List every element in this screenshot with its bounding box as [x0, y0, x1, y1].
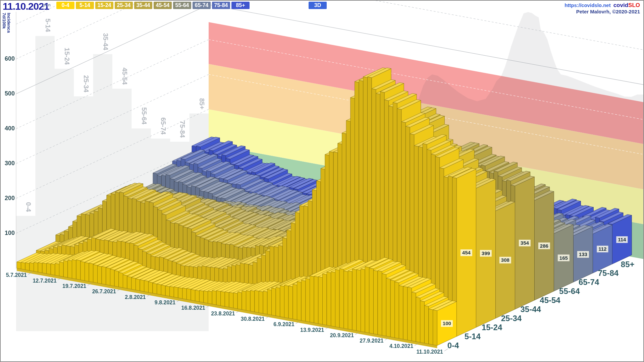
- age-filter-button-25-34[interactable]: 25-34: [115, 2, 133, 9]
- age-filter-button-65-74[interactable]: 65-74: [193, 2, 211, 9]
- age-filter-button-0-4[interactable]: 0-4: [56, 2, 74, 9]
- covidslo-logo: covidSLO: [613, 2, 640, 8]
- incidence-3d-chart-canvas[interactable]: [0, 0, 644, 362]
- age-filter-button-55-64[interactable]: 55-64: [173, 2, 191, 9]
- age-filter-button-45-54[interactable]: 45-54: [154, 2, 172, 9]
- age-filter-button-5-14[interactable]: 5-14: [76, 2, 94, 9]
- age-filter-button-15-24[interactable]: 15-24: [95, 2, 113, 9]
- logo-slo-part: SLO: [628, 2, 640, 8]
- site-links: https://covidslo.netcovidSLO: [565, 2, 640, 9]
- site-url-link[interactable]: https://covidslo.net: [565, 2, 611, 8]
- app-window: 11.10.2021 pon 3D 0-45-1415-2425-3435-44…: [0, 0, 644, 362]
- age-filter-button-75-84[interactable]: 75-84: [212, 2, 230, 9]
- logo-covid-part: covid: [613, 2, 628, 8]
- age-filter-button-35-44[interactable]: 35-44: [134, 2, 152, 9]
- age-filter-button-85+[interactable]: 85+: [231, 2, 250, 9]
- mode-3d-button[interactable]: 3D: [309, 2, 327, 9]
- age-filter-bar: 3D 0-45-1415-2425-3435-4445-5455-6465-74…: [0, 2, 644, 10]
- author-credit: Peter Malovrh, ©2020-2021: [576, 9, 640, 14]
